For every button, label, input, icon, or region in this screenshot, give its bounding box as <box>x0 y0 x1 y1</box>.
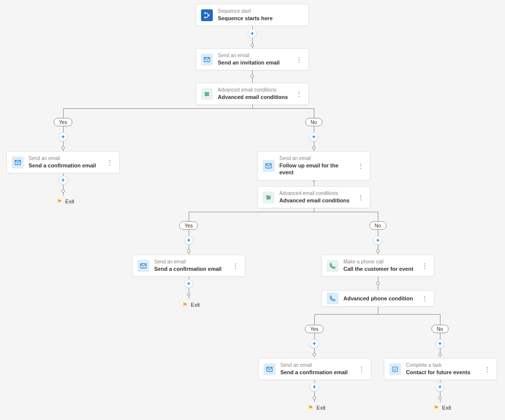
task-icon <box>389 363 401 375</box>
node-title-label: Send a confirmation email <box>280 369 352 376</box>
add-step-button[interactable]: + <box>184 236 193 245</box>
node-type-label: Send an email <box>279 156 351 162</box>
connector <box>378 306 378 314</box>
add-step-button[interactable]: + <box>310 383 319 391</box>
node-send-confirmation-email-a[interactable]: Send an email Send a confirmation email … <box>6 151 120 173</box>
node-advanced-email-conditions-2[interactable]: Advanced email conditions Advanced email… <box>257 186 370 208</box>
node-sequence-start[interactable]: Sequence start Sequence starts here <box>196 4 309 26</box>
node-title-label: Contact for future events <box>406 369 478 376</box>
connector-dot <box>313 353 316 356</box>
node-type-label: Send an email <box>280 362 352 368</box>
connector <box>440 314 440 357</box>
node-menu-button[interactable]: ⋮ <box>295 56 303 63</box>
add-step-button[interactable]: + <box>59 132 67 141</box>
svg-point-10 <box>269 197 270 198</box>
condition-icon <box>201 88 213 100</box>
add-step-button[interactable]: + <box>373 236 382 245</box>
node-title-label: Advanced email conditions <box>218 94 290 100</box>
node-send-confirmation-email-c[interactable]: Send an email Send a confirmation email … <box>258 358 371 380</box>
node-advanced-phone-condition[interactable]: Advanced phone condition ⋮ <box>321 290 435 307</box>
node-type-label: Advanced email conditions <box>279 191 351 196</box>
connector-dot <box>62 146 65 150</box>
branch-yes-pill: Yes <box>305 325 324 333</box>
connector-dot <box>312 146 316 150</box>
connector-dot <box>62 190 65 193</box>
node-title-label: Call the customer for event <box>343 265 415 272</box>
flag-icon: ⚑ <box>182 301 188 308</box>
email-icon <box>264 363 275 375</box>
add-step-button[interactable]: + <box>184 279 193 288</box>
connector-dot <box>376 250 380 253</box>
sequence-start-icon <box>201 9 213 21</box>
node-call-customer[interactable]: Make a phone call Call the customer for … <box>321 255 435 277</box>
add-step-button[interactable]: + <box>436 339 444 348</box>
flag-icon: ⚑ <box>308 404 313 411</box>
phone-icon <box>327 260 338 272</box>
sequence-canvas: + Yes + No + + Yes + No + + Yes + No + +… <box>0 0 505 420</box>
add-step-button[interactable]: + <box>310 339 319 348</box>
node-title-label: Sequence starts here <box>218 15 303 22</box>
node-menu-button[interactable]: ⋮ <box>483 366 492 373</box>
node-type-label: Complete a task <box>406 362 478 368</box>
email-icon <box>201 54 213 65</box>
node-send-invitation-email[interactable]: Send an email Send an invitation email ⋮ <box>196 48 309 70</box>
phone-condition-icon <box>327 292 338 304</box>
node-menu-button[interactable]: ⋮ <box>356 162 365 169</box>
branch-yes-pill: Yes <box>54 118 72 127</box>
svg-point-11 <box>267 198 268 199</box>
node-contact-future-events[interactable]: Complete a task Contact for future event… <box>384 358 497 380</box>
exit-node: ⚑ Exit <box>57 198 74 205</box>
node-type-label: Advanced email conditions <box>218 87 290 93</box>
connector <box>378 212 378 255</box>
node-type-label: Sequence start <box>218 8 303 14</box>
connector <box>314 108 314 151</box>
node-menu-button[interactable]: ⋮ <box>231 262 240 269</box>
node-menu-button[interactable]: ⋮ <box>420 295 429 302</box>
connector-dot <box>438 353 442 356</box>
exit-label: Exit <box>191 302 200 308</box>
add-step-button[interactable]: + <box>436 383 444 391</box>
connector-dot <box>438 396 442 400</box>
email-icon <box>137 260 149 272</box>
email-icon <box>12 157 24 168</box>
exit-node: ⚑ Exit <box>434 404 451 411</box>
exit-node: ⚑ Exit <box>182 301 200 308</box>
node-type-label: Send an email <box>218 53 290 59</box>
svg-point-0 <box>204 12 206 14</box>
svg-rect-14 <box>393 367 398 372</box>
svg-point-1 <box>204 17 206 18</box>
exit-label: Exit <box>316 405 325 411</box>
branch-yes-pill: Yes <box>179 222 198 230</box>
node-menu-button[interactable]: ⋮ <box>357 366 366 373</box>
condition-icon <box>263 192 274 203</box>
exit-label: Exit <box>65 198 74 204</box>
node-followup-email[interactable]: Send an email Follow up email for the ev… <box>257 151 370 181</box>
branch-no-pill: No <box>432 325 449 333</box>
node-type-label: Send an email <box>154 259 226 265</box>
connector-dot <box>187 250 191 253</box>
connector-dot <box>313 396 316 400</box>
node-advanced-email-conditions[interactable]: Advanced email conditions Advanced email… <box>196 83 309 105</box>
svg-point-5 <box>207 94 208 95</box>
connector <box>63 108 64 151</box>
node-title-label: Advanced email conditions <box>279 197 351 204</box>
exit-node: ⚑ Exit <box>308 404 325 411</box>
connector <box>189 212 378 212</box>
branch-no-pill: No <box>370 222 387 230</box>
add-step-button[interactable]: + <box>59 176 67 185</box>
connector <box>189 212 189 255</box>
node-menu-button[interactable]: ⋮ <box>420 262 429 269</box>
add-step-button[interactable]: + <box>248 29 257 38</box>
node-title-label: Advanced phone condition <box>343 295 415 302</box>
node-menu-button[interactable]: ⋮ <box>105 159 114 166</box>
svg-point-6 <box>205 95 206 96</box>
flag-icon: ⚑ <box>434 404 439 411</box>
node-send-confirmation-email-b[interactable]: Send an email Send a confirmation email … <box>132 255 245 277</box>
add-step-button[interactable]: + <box>309 132 318 141</box>
connector <box>63 108 314 109</box>
node-menu-button[interactable]: ⋮ <box>356 194 365 201</box>
connector-dot <box>251 75 254 78</box>
node-menu-button[interactable]: ⋮ <box>295 91 303 97</box>
connector <box>314 314 315 357</box>
node-title-label: Follow up email for the event <box>279 162 351 176</box>
